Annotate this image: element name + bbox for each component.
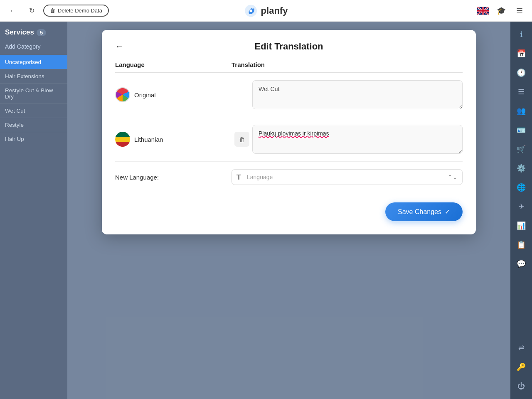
modal-overlay: ← Edit Translation Language Translation bbox=[67, 22, 510, 399]
back-arrow-icon: ← bbox=[115, 42, 123, 51]
original-lang-cell: Original bbox=[115, 87, 232, 102]
trash-icon: 🗑 bbox=[50, 7, 55, 14]
lithuanian-flag-icon bbox=[115, 132, 130, 147]
settings-icon-button[interactable]: ⚙️ bbox=[513, 160, 529, 176]
save-button-row: Save Changes ✓ bbox=[115, 202, 463, 221]
sidebar-item-wet-cut[interactable]: Wet Cut bbox=[0, 103, 67, 118]
top-nav-left: ← ↻ 🗑 Delete Demo Data bbox=[7, 4, 109, 17]
sidebar-item-hair-up[interactable]: Hair Up bbox=[0, 132, 67, 146]
info-icon-button[interactable]: ℹ bbox=[513, 27, 529, 42]
sidebar-item-hair-extensions[interactable]: Hair Extensions bbox=[0, 69, 67, 83]
save-changes-label: Save Changes bbox=[398, 208, 441, 216]
svg-point-1 bbox=[249, 9, 252, 12]
sidebar-item-uncategorised[interactable]: Uncategorised bbox=[0, 55, 67, 69]
delete-demo-button[interactable]: 🗑 Delete Demo Data bbox=[43, 5, 109, 17]
main-layout: Services 5 Add Category Uncategorised Ha… bbox=[0, 22, 532, 399]
content-area: ← Edit Translation Language Translation bbox=[67, 22, 510, 399]
lithuanian-action-cell[interactable]: 🗑 bbox=[232, 132, 252, 147]
calendar-icon-button[interactable]: 📅 bbox=[513, 46, 529, 62]
top-nav-right: 🎓 ☰ bbox=[477, 5, 525, 17]
new-language-select[interactable]: Language English Lithuanian German Frenc… bbox=[232, 169, 463, 185]
key-icon-button[interactable]: 🔑 bbox=[513, 359, 529, 375]
services-badge: 5 bbox=[37, 29, 46, 36]
send-icon-button[interactable]: ✈ bbox=[513, 199, 529, 214]
save-changes-button[interactable]: Save Changes ✓ bbox=[385, 202, 463, 221]
original-translation-input[interactable]: Wet Cut bbox=[252, 80, 463, 109]
cart-icon-button[interactable]: 🛒 bbox=[513, 141, 529, 157]
add-category-link[interactable]: Add Category bbox=[0, 40, 67, 55]
sidebar-item-restyle[interactable]: Restyle bbox=[0, 118, 67, 132]
table-row-lithuanian: Lithuanian 🗑 Plaukų plovimas ir kirpimas bbox=[115, 117, 463, 162]
transfer-icon-button[interactable]: ⇌ bbox=[513, 340, 529, 356]
new-language-row: New Language: 𝗧 Language English Lithuan… bbox=[115, 162, 463, 192]
list-icon-button[interactable]: ☰ bbox=[513, 84, 529, 100]
checkmark-icon: ✓ bbox=[445, 208, 450, 216]
users-icon-button[interactable]: 👥 bbox=[513, 103, 529, 119]
lithuanian-lang-cell: Lithuanian bbox=[115, 132, 232, 147]
delete-demo-label: Delete Demo Data bbox=[58, 7, 102, 14]
globe-icon-button[interactable]: 🌐 bbox=[513, 180, 529, 195]
services-header: Services 5 bbox=[0, 22, 67, 40]
top-navbar: ← ↻ 🗑 Delete Demo Data planfy 🎓 ☰ bbox=[0, 0, 532, 22]
menu-button[interactable]: ☰ bbox=[514, 5, 525, 17]
id-card-icon-button[interactable]: 🪪 bbox=[513, 122, 529, 138]
delete-lithuanian-button[interactable]: 🗑 bbox=[234, 132, 249, 147]
back-button[interactable]: ← bbox=[7, 4, 20, 17]
logo: planfy bbox=[244, 4, 288, 17]
sidebar-item-restyle-cut[interactable]: Restyle Cut & Blow Dry bbox=[0, 83, 67, 103]
clock-icon-button[interactable]: 🕐 bbox=[513, 65, 529, 81]
graduation-cap-button[interactable]: 🎓 bbox=[495, 5, 507, 17]
services-label: Services bbox=[5, 28, 34, 37]
modal-header: ← Edit Translation bbox=[115, 42, 463, 51]
chart-icon-button[interactable]: 📊 bbox=[513, 218, 529, 234]
translation-col-header: Translation bbox=[232, 61, 463, 68]
trash-icon: 🗑 bbox=[239, 136, 245, 143]
left-sidebar: Services 5 Add Category Uncategorised Ha… bbox=[0, 22, 67, 399]
table-row-original: Original Wet Cut bbox=[115, 73, 463, 117]
table-header-row: Language Translation bbox=[115, 61, 463, 73]
chat-icon-button[interactable]: 💬 bbox=[513, 256, 529, 272]
logo-text: planfy bbox=[261, 5, 288, 16]
modal-back-button[interactable]: ← bbox=[115, 42, 123, 51]
logo-icon bbox=[244, 4, 258, 17]
table-icon-button[interactable]: 📋 bbox=[513, 237, 529, 253]
language-select-wrapper: 𝗧 Language English Lithuanian German Fre… bbox=[232, 169, 463, 185]
new-language-label: New Language: bbox=[115, 174, 232, 181]
lithuanian-lang-name: Lithuanian bbox=[134, 136, 163, 143]
original-lang-name: Original bbox=[134, 91, 156, 99]
edit-translation-modal: ← Edit Translation Language Translation bbox=[102, 30, 476, 234]
world-flag-icon bbox=[115, 87, 130, 102]
translation-table: Language Translation Original Wet Cut bbox=[115, 61, 463, 192]
language-col-header: Language bbox=[115, 61, 232, 68]
language-flag-button[interactable] bbox=[477, 7, 489, 15]
refresh-button[interactable]: ↻ bbox=[25, 4, 38, 17]
power-icon-button[interactable]: ⏻ bbox=[513, 378, 529, 394]
modal-title: Edit Translation bbox=[254, 41, 323, 52]
lithuanian-translation-input[interactable]: Plaukų plovimas ir kirpimas bbox=[252, 125, 463, 154]
right-sidebar: ℹ 📅 🕐 ☰ 👥 🪪 🛒 ⚙️ 🌐 ✈ 📊 📋 💬 ⇌ 🔑 ⏻ bbox=[510, 22, 532, 399]
